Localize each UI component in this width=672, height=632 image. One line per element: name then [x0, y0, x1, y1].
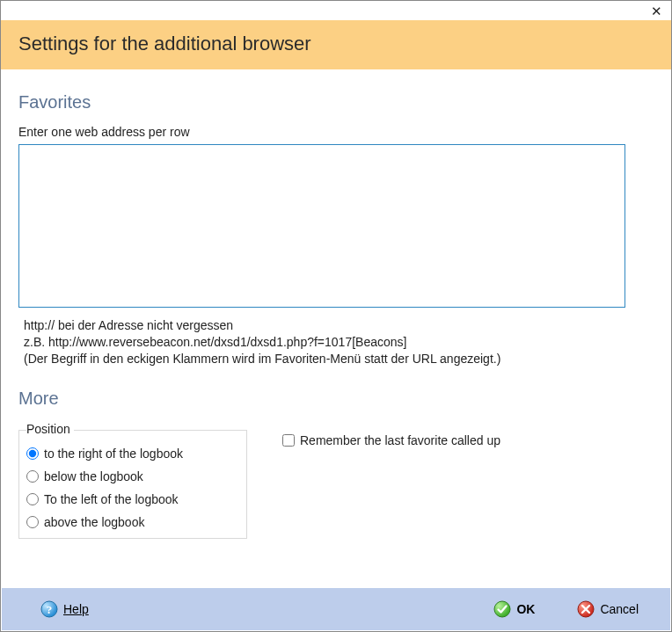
- position-radio-right[interactable]: [26, 447, 39, 460]
- cancel-label: Cancel: [600, 602, 639, 616]
- favorites-heading: Favorites: [18, 92, 654, 113]
- position-option-above[interactable]: above the logbook: [26, 515, 239, 529]
- position-label-left: To the left of the logbook: [44, 492, 179, 506]
- favorites-label: Enter one web address per row: [18, 125, 654, 139]
- hint-line-2: z.B. http://www.reversebeacon.net/dxsd1/…: [24, 334, 654, 351]
- position-option-left[interactable]: To the left of the logbook: [26, 492, 239, 506]
- titlebar: ✕: [1, 1, 671, 20]
- position-group: Position to the right of the logbook bel…: [18, 430, 247, 539]
- help-button[interactable]: ? Help: [37, 599, 92, 620]
- svg-text:?: ?: [47, 603, 53, 616]
- ok-label: OK: [516, 602, 535, 616]
- close-icon[interactable]: ✕: [651, 4, 662, 18]
- position-label-below: below the logbook: [44, 469, 143, 483]
- ok-button[interactable]: OK: [490, 599, 538, 620]
- position-label-right: to the right of the logbook: [44, 447, 183, 461]
- position-legend: Position: [26, 422, 74, 436]
- position-radio-left[interactable]: [26, 493, 39, 505]
- header-banner: Settings for the additional browser: [1, 20, 671, 69]
- remember-checkbox[interactable]: [282, 434, 295, 447]
- hint-line-3: (Der Begriff in den eckigen Klammern wir…: [24, 351, 654, 367]
- cancel-icon: [577, 600, 595, 618]
- page-title: Settings for the additional browser: [18, 33, 654, 55]
- favorites-input[interactable]: [18, 144, 625, 308]
- ok-icon: [493, 600, 511, 618]
- position-radio-above[interactable]: [26, 516, 39, 528]
- position-option-right[interactable]: to the right of the logbook: [26, 447, 239, 461]
- help-label: Help: [63, 602, 89, 616]
- button-bar: ? Help OK: [2, 588, 670, 630]
- hint-line-1: http:// bei der Adresse nicht vergessen: [24, 317, 654, 334]
- cancel-button[interactable]: Cancel: [573, 599, 642, 620]
- position-option-below[interactable]: below the logbook: [26, 469, 239, 483]
- position-radio-below[interactable]: [26, 470, 39, 483]
- help-icon: ?: [40, 600, 58, 618]
- remember-label: Remember the last favorite called up: [300, 433, 500, 447]
- remember-checkbox-row[interactable]: Remember the last favorite called up: [282, 433, 500, 447]
- more-heading: More: [18, 389, 654, 409]
- position-label-above: above the logbook: [44, 515, 144, 529]
- favorites-hint: http:// bei der Adresse nicht vergessen …: [24, 317, 654, 367]
